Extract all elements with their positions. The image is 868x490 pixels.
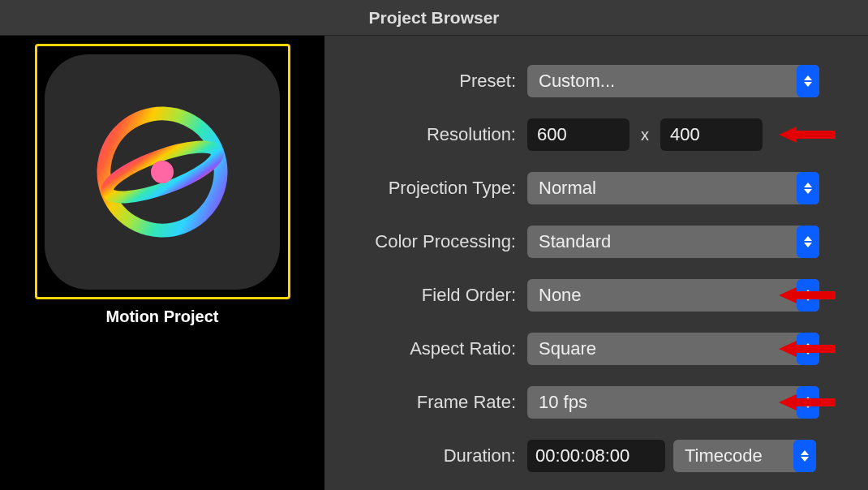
select-field-order[interactable]: None (527, 279, 819, 312)
row-preset: Preset: Custom... (324, 63, 844, 99)
select-frame-rate[interactable]: 10 fps (527, 386, 819, 419)
select-duration-mode[interactable]: Timecode (673, 440, 816, 472)
annotation-arrow-icon (779, 125, 836, 144)
stepper-icon (793, 440, 816, 472)
svg-marker-4 (779, 127, 836, 143)
row-duration: Duration: Timecode (324, 438, 844, 474)
resolution-separator: x (638, 126, 652, 144)
select-color-processing[interactable]: Standard (527, 226, 819, 258)
row-frame-rate: Frame Rate: 10 fps (324, 385, 844, 420)
settings-pane: Preset: Custom... Resolution: x Pr (324, 36, 868, 490)
row-aspect-ratio: Aspect Ratio: Square (324, 331, 844, 367)
row-resolution: Resolution: x (324, 117, 844, 153)
label-field-order: Field Order: (324, 285, 527, 306)
label-duration: Duration: (324, 445, 527, 466)
select-frame-rate-value: 10 fps (539, 392, 587, 413)
select-aspect-ratio[interactable]: Square (527, 333, 819, 365)
stepper-icon (797, 65, 819, 97)
stepper-icon (797, 226, 819, 258)
select-color-processing-value: Standard (539, 231, 611, 252)
select-duration-mode-value: Timecode (685, 445, 763, 466)
project-thumbnail-label: Motion Project (106, 307, 219, 326)
select-projection[interactable]: Normal (527, 172, 819, 204)
select-preset[interactable]: Custom... (527, 65, 819, 97)
label-projection: Projection Type: (324, 178, 527, 199)
row-field-order: Field Order: None (324, 277, 844, 313)
select-preset-value: Custom... (539, 71, 615, 92)
label-frame-rate: Frame Rate: (324, 392, 527, 413)
project-thumbnail-inner (45, 54, 280, 290)
project-list-pane: Motion Project (0, 36, 324, 490)
label-resolution: Resolution: (324, 124, 527, 145)
label-aspect-ratio: Aspect Ratio: (324, 338, 527, 359)
stepper-icon (797, 279, 819, 312)
project-thumbnail-selected[interactable] (35, 44, 290, 299)
motion-logo-icon (77, 87, 247, 257)
stepper-icon (797, 333, 819, 365)
select-projection-value: Normal (539, 178, 596, 199)
input-resolution-height[interactable] (660, 118, 763, 151)
row-color-processing: Color Processing: Standard (324, 224, 844, 260)
select-field-order-value: None (539, 285, 582, 306)
main-area: Motion Project Preset: Custom... Resolut… (0, 36, 868, 490)
label-color-processing: Color Processing: (324, 231, 527, 252)
label-preset: Preset: (324, 71, 527, 92)
select-aspect-ratio-value: Square (539, 338, 596, 359)
input-duration[interactable] (527, 440, 665, 472)
row-projection: Projection Type: Normal (324, 170, 844, 206)
stepper-icon (797, 386, 819, 419)
header-bar: Project Browser (0, 0, 868, 36)
stepper-icon (797, 172, 819, 204)
input-resolution-width[interactable] (527, 118, 630, 151)
page-title: Project Browser (368, 8, 499, 28)
